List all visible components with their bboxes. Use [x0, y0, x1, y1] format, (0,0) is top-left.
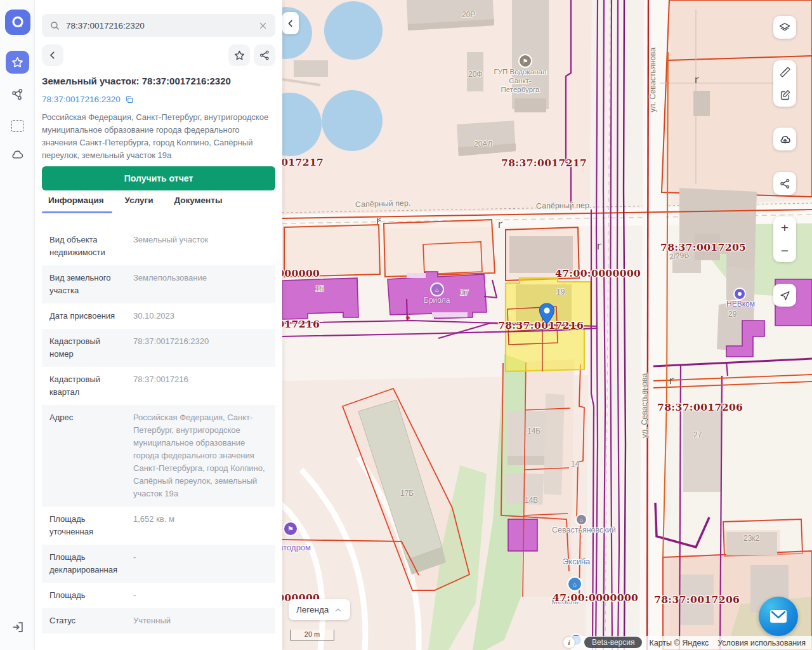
building-label: 17 [460, 288, 468, 297]
building-label: 15 [315, 284, 324, 293]
cadastral-quarter-label: 78:37:0017216 [282, 318, 320, 330]
legend-label: Легенда [296, 605, 329, 614]
chat-button[interactable] [759, 597, 798, 636]
app-logo[interactable] [5, 10, 30, 35]
ruler-icon [779, 66, 791, 78]
legend-button[interactable]: Легенда [289, 599, 350, 620]
cadastral-quarter-label: 78:37:0017205 [660, 241, 746, 253]
cadastral-quarter-label: 47:00:0000000 [555, 267, 641, 279]
search-bar[interactable] [42, 14, 275, 37]
navigation-arrow-icon [779, 289, 791, 302]
zoom-out-button[interactable]: − [773, 239, 796, 262]
building-label: 14В [525, 496, 538, 505]
street-label: ул. Севастьянова [648, 48, 657, 112]
copy-icon[interactable] [125, 95, 134, 104]
page-title: Земельный участок: 78:37:0017216:2320 [42, 76, 231, 86]
share-map-button[interactable] [773, 172, 796, 195]
upload-button[interactable] [773, 128, 796, 150]
clear-search-icon[interactable] [258, 21, 268, 30]
envelope-icon [769, 609, 788, 624]
attributes-table: Вид объекта недвижимостиЗемельный участо… [42, 227, 275, 633]
object-info-panel: Земельный участок: 78:37:0017216:2320 78… [35, 0, 282, 650]
share-icon [779, 178, 791, 190]
sevastyanovskiy-poi-label[interactable]: Севастьяновский [552, 526, 616, 534]
table-row: Дата присвоения30.10.2023 [42, 303, 275, 329]
nodes-graph-icon [10, 88, 25, 102]
cadastral-number-link[interactable]: 78:37:0017216:2320 [42, 95, 121, 104]
terms-of-use-link[interactable]: Условия использования [717, 639, 806, 647]
tab-documents[interactable]: Документы [174, 196, 223, 213]
cadastral-quarter-label: 47:00:0000000 [553, 592, 638, 604]
cloud-upload-icon [778, 133, 792, 146]
share-button[interactable] [254, 44, 275, 66]
sign-in-icon [11, 620, 25, 634]
map-scale: 20 m [290, 630, 334, 640]
favorite-button[interactable] [228, 44, 250, 66]
table-row: Кадастровый квартал78:37:0017216 [42, 367, 275, 405]
cadastral-quarter-label: 78:37:0017217 [282, 156, 324, 168]
building-label: 29 [728, 310, 737, 319]
beta-badge: Beta-версия [584, 637, 642, 648]
selection-square-icon [11, 120, 23, 132]
nevkom-poi-icon[interactable] [735, 289, 745, 299]
table-row: СтатусУчтенный [42, 608, 275, 633]
chevron-left-icon [286, 19, 295, 28]
locate-me-button[interactable] [773, 284, 796, 307]
building-label: 20АЛ [474, 140, 493, 149]
nevkom-poi-label[interactable]: НЕВком [726, 300, 755, 308]
avtodrom-poi-label[interactable]: Автодром [282, 543, 311, 552]
table-row: АдресРоссийская Федерация, Санкт-Петербу… [42, 405, 275, 507]
building-label: 27 [693, 430, 702, 439]
layers-icon [778, 21, 791, 34]
tab-information[interactable]: Информация [48, 196, 104, 213]
map-copyright[interactable]: Карты © Яндекс [649, 639, 709, 647]
sidebar-item-layers-graph[interactable] [6, 83, 29, 106]
building-label: 20Р [462, 10, 475, 19]
zoom-controls: + − [773, 216, 796, 262]
table-row: Кадастровый номер78:37:0017216:2320 [42, 329, 275, 367]
building-label: 20Ф [468, 70, 482, 79]
table-row: Вид земельного участкаЗемлепользование [42, 265, 275, 303]
edit-button[interactable] [779, 84, 791, 107]
measure-draw-group [773, 60, 796, 107]
sidebar-item-login[interactable] [6, 616, 29, 639]
sidebar-item-favorites[interactable] [6, 51, 29, 74]
selected-parcel-pin [537, 302, 556, 326]
building-label: 23к2 [743, 534, 759, 543]
table-row: Площадь- [42, 583, 275, 608]
briola-poi-label[interactable]: Бриола [424, 296, 450, 305]
measure-button[interactable] [779, 60, 791, 83]
avtodrom-poi-icon[interactable]: ⚑ [284, 522, 297, 535]
street-label: Сапёрный пер. [536, 201, 592, 211]
vodokanal-poi-icon[interactable]: ⚑ [520, 55, 531, 67]
vodokanal-poi-label[interactable]: ГУП Водоканал Санкт-Петербурга [492, 67, 549, 94]
eksina-poi-icon[interactable]: ⌂ [568, 578, 581, 590]
collapse-panel-button[interactable] [282, 12, 299, 34]
map-canvas[interactable]: ⚑ ГУП Водоканал Санкт-Петербурга ⌂ Бриол… [282, 0, 812, 650]
briola-poi-icon[interactable]: ⌂ [431, 284, 443, 295]
sevastyanovskiy-poi-icon[interactable]: ⌂ [577, 515, 586, 524]
search-icon [49, 20, 60, 31]
back-button[interactable] [42, 44, 63, 66]
street-label: ул. Севастьянова [640, 373, 649, 438]
building-label: 14 [571, 460, 579, 468]
info-icon[interactable]: i [563, 637, 575, 648]
building-label: 17Б [400, 489, 414, 498]
chevron-up-icon [334, 606, 343, 614]
sidebar-item-cloud[interactable] [6, 143, 29, 166]
eksina-poi-label[interactable]: Эксина [563, 557, 590, 566]
search-input[interactable] [66, 21, 252, 30]
building-label: 14Б [527, 427, 540, 435]
cadastral-quarter-label: 78:37:0017206 [657, 401, 743, 413]
left-icon-rail [0, 0, 35, 650]
sidebar-item-area-select[interactable] [6, 114, 29, 137]
zoom-in-button[interactable]: + [773, 216, 796, 239]
cloud-icon [10, 147, 25, 162]
star-icon [11, 56, 24, 69]
get-report-button[interactable]: Получить отчет [42, 166, 275, 190]
app-window: Земельный участок: 78:37:0017216:2320 78… [0, 0, 812, 650]
dot [738, 292, 742, 296]
table-row: Площадь уточненная1,652 кв. м [42, 507, 275, 545]
tab-services[interactable]: Услуги [125, 196, 154, 213]
layers-button[interactable] [773, 16, 796, 39]
